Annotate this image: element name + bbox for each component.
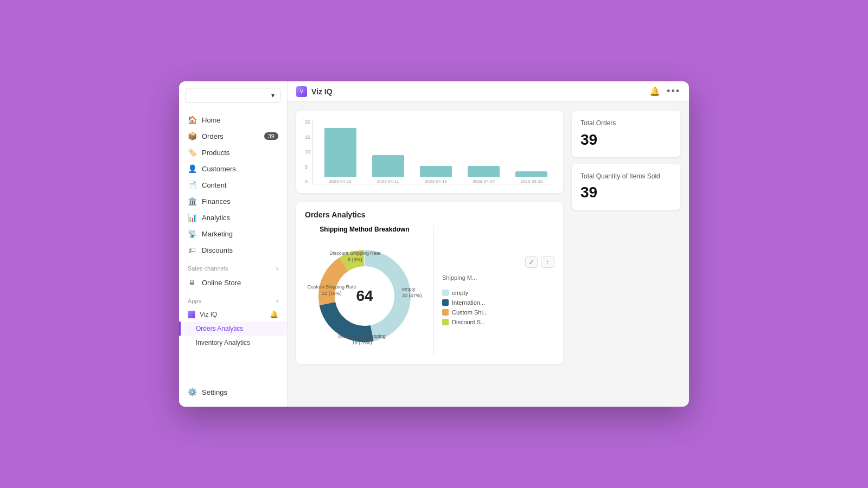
sidebar-item-orders[interactable]: 📦 Orders 39 <box>179 128 287 144</box>
chart-subtitle: Shipping M... <box>442 274 554 281</box>
sidebar-item-discounts[interactable]: 🏷 Discounts <box>179 242 287 258</box>
marketing-icon: 📡 <box>188 229 196 238</box>
sidebar-item-orders-analytics[interactable]: Orders Analytics <box>179 322 287 336</box>
sidebar-item-inventory-analytics[interactable]: Inventory Analytics <box>179 336 287 350</box>
app-title: Viz IQ <box>311 87 333 96</box>
bar <box>324 128 356 177</box>
sidebar-item-viz-iq[interactable]: Viz IQ 🔔 <box>179 307 287 322</box>
custom-shipping-label: Custom Shipping Rate 12 (19%) <box>307 284 356 297</box>
discounts-icon: 🏷 <box>188 246 196 254</box>
viz-iq-logo-icon <box>188 311 195 318</box>
finances-icon: 🏛️ <box>188 197 196 206</box>
main-content: V Viz IQ 🔔 ••• 20 15 10 5 <box>288 81 689 407</box>
total-quantity-label: Total Quantity of Items Sold <box>580 172 672 181</box>
apps-section: Apps › <box>179 291 287 307</box>
donut-chart-heading: Shipping Method Breakdown <box>305 226 424 233</box>
orders-icon: 📦 <box>188 132 196 140</box>
bar-group: 2023-04-12 <box>317 128 363 184</box>
sidebar-item-settings[interactable]: ⚙️ Settings <box>179 384 287 400</box>
bar-chart-card: 20 15 10 5 0 2023-04-122023-04-112023-04… <box>296 111 563 193</box>
app-logo: V <box>296 86 307 97</box>
viz-iq-label: Viz IQ <box>200 311 217 318</box>
sidebar-item-customers[interactable]: 👤 Customers <box>179 160 287 177</box>
sidebar-item-label: Orders <box>202 132 224 140</box>
sidebar-item-products[interactable]: 🏷️ Products <box>179 144 287 160</box>
discount-shipping-label: Discount Shipping Rate 6 (9%) <box>329 251 380 263</box>
sales-channels-expand[interactable]: › <box>276 265 278 272</box>
chevron-down-icon: ▾ <box>271 92 275 99</box>
store-dropdown[interactable]: ▾ <box>186 88 280 103</box>
total-orders-value: 39 <box>580 131 672 149</box>
sidebar-item-online-store[interactable]: 🖥 Online Store <box>179 274 287 291</box>
topbar: V Viz IQ 🔔 ••• <box>288 81 689 102</box>
chart-row: 20 15 10 5 0 2023-04-122023-04-112023-04… <box>305 119 554 184</box>
sales-channels-section: Sales channels › <box>179 258 287 274</box>
bar <box>515 171 547 177</box>
sidebar-item-marketing[interactable]: 📡 Marketing <box>179 226 287 242</box>
sidebar-item-home[interactable]: 🏠 Home <box>179 112 287 128</box>
donut-wrapper: Shipping Method Breakdown <box>305 226 424 356</box>
sidebar-item-label: Finances <box>202 197 231 206</box>
analytics-card: Orders Analytics Shipping Method Breakdo… <box>296 202 563 364</box>
sidebar-item-analytics[interactable]: 📊 Analytics <box>179 209 287 226</box>
sidebar-item-finances[interactable]: 🏛️ Finances <box>179 193 287 209</box>
expand-button[interactable]: ⤢ <box>525 256 538 268</box>
analytics-icon: 📊 <box>188 213 196 222</box>
orders-badge: 39 <box>264 132 278 140</box>
legend-item-discount: Discount S... <box>442 319 554 325</box>
intl-shipping-label: International Shipping 16 (25%) <box>339 333 386 346</box>
stats-column: Total Orders 39 Total Quantity of Items … <box>572 111 680 398</box>
y-label-5: 5 <box>305 164 310 170</box>
sales-channels-label: Sales channels <box>188 265 228 272</box>
sidebar-item-label: Online Store <box>202 279 241 287</box>
sidebar-item-content[interactable]: 📄 Content <box>179 177 287 193</box>
sidebar-item-label: Content <box>202 181 227 189</box>
sidebar-item-label: Discounts <box>202 246 233 254</box>
legend-label-discount: Discount S... <box>452 319 486 325</box>
donut-center-value: 64 <box>356 287 373 305</box>
legend-panel: ⤢ ⋮ Shipping M... empty <box>442 256 554 325</box>
bar-group: 2023-04-11 <box>365 155 411 184</box>
settings-icon: ⚙️ <box>188 388 196 396</box>
home-icon: 🏠 <box>188 115 196 124</box>
bars-area: 2023-04-122023-04-112023-04-102023-04-07… <box>312 119 554 184</box>
apps-label: Apps <box>188 298 201 304</box>
y-axis-labels: 20 15 10 5 0 <box>305 119 312 184</box>
total-quantity-card: Total Quantity of Items Sold 39 <box>572 164 680 210</box>
more-options-button[interactable]: ⋮ <box>541 256 554 268</box>
empty-label: empty 30 (47%) <box>402 286 422 299</box>
bar <box>468 166 500 177</box>
bar-group: 2023-03-22 <box>509 171 554 184</box>
bar-group: 2023-04-10 <box>413 166 458 184</box>
total-quantity-value: 39 <box>580 184 672 201</box>
sidebar-item-label: Marketing <box>202 230 233 238</box>
sidebar-nav: 🏠 Home 📦 Orders 39 🏷️ Products 👤 Custome… <box>179 112 287 384</box>
more-options-icon[interactable]: ••• <box>667 86 680 97</box>
legend-label-international: Internation... <box>452 299 485 306</box>
topbar-actions: 🔔 ••• <box>649 86 680 97</box>
bar-x-label: 2023-04-11 <box>377 179 399 184</box>
divider <box>433 226 433 356</box>
apps-expand[interactable]: › <box>276 297 278 305</box>
sidebar-item-label: Home <box>202 116 221 124</box>
legend-color-custom <box>442 309 449 316</box>
y-label-15: 15 <box>305 134 310 140</box>
sidebar-item-label: Analytics <box>202 214 230 222</box>
inventory-analytics-label: Inventory Analytics <box>196 339 250 346</box>
bar <box>372 155 404 177</box>
legend-color-international <box>442 299 449 306</box>
content-area: 20 15 10 5 0 2023-04-122023-04-112023-04… <box>288 102 689 407</box>
settings-label: Settings <box>202 388 227 396</box>
notification-bell-icon[interactable]: 🔔 <box>649 86 660 97</box>
bar-x-label: 2023-04-07 <box>473 179 495 184</box>
orders-analytics-label: Orders Analytics <box>196 325 243 332</box>
content-icon: 📄 <box>188 181 196 189</box>
sidebar: ▾ 🏠 Home 📦 Orders 39 🏷️ Products 👤 Custo… <box>179 81 288 407</box>
legend-color-discount <box>442 319 449 325</box>
bell-icon[interactable]: 🔔 <box>270 310 278 318</box>
bar-x-label: 2023-04-10 <box>425 179 447 184</box>
y-label-10: 10 <box>305 149 310 155</box>
donut-chart: 64 Discount Shipping Rate 6 (9%) Custom … <box>305 236 424 356</box>
customers-icon: 👤 <box>188 164 196 173</box>
products-icon: 🏷️ <box>188 148 196 157</box>
